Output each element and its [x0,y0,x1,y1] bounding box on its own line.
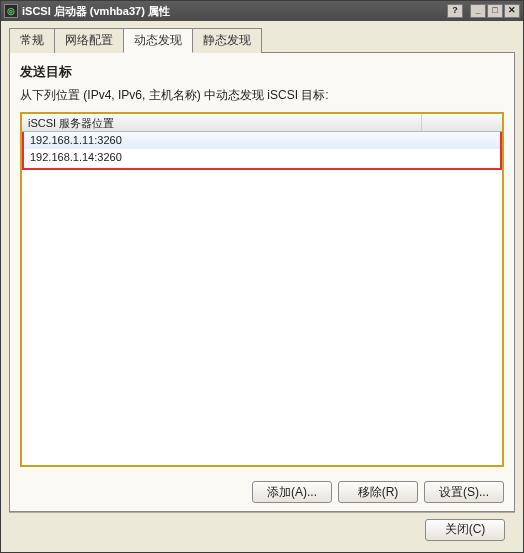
table-row[interactable]: 192.168.1.11:3260 [24,132,500,149]
tab-general[interactable]: 常规 [9,28,55,53]
close-dialog-button[interactable]: 关闭(C) [425,519,505,541]
dialog-footer: 关闭(C) [9,512,515,546]
add-button[interactable]: 添加(A)... [252,481,332,503]
settings-button[interactable]: 设置(S)... [424,481,504,503]
titlebar[interactable]: ◎ iSCSI 启动器 (vmhba37) 属性 ? _ □ ✕ [1,1,523,21]
tab-panel: 发送目标 从下列位置 (IPv4, IPv6, 主机名称) 中动态发现 iSCS… [9,53,515,512]
tab-label: 网络配置 [65,33,113,47]
column-header-location[interactable]: iSCSI 服务器位置 [22,114,422,131]
cell-server-location: 192.168.1.14:3260 [30,151,122,163]
app-icon: ◎ [4,4,18,18]
table-header: iSCSI 服务器位置 [22,114,502,132]
maximize-button[interactable]: □ [487,4,503,18]
tab-label: 常规 [20,33,44,47]
tab-dynamic-discovery[interactable]: 动态发现 [123,28,193,53]
close-button[interactable]: ✕ [504,4,520,18]
tab-label: 静态发现 [203,33,251,47]
minimize-button[interactable]: _ [470,4,486,18]
panel-heading: 发送目标 [20,63,504,81]
tab-static-discovery[interactable]: 静态发现 [192,28,262,53]
remove-button[interactable]: 移除(R) [338,481,418,503]
dialog-window: ◎ iSCSI 启动器 (vmhba37) 属性 ? _ □ ✕ 常规 网络配置… [0,0,524,553]
table-rows-highlight: 192.168.1.11:3260 192.168.1.14:3260 [22,132,502,170]
tab-network-config[interactable]: 网络配置 [54,28,124,53]
help-button[interactable]: ? [447,4,463,18]
dialog-content: 常规 网络配置 动态发现 静态发现 发送目标 从下列位置 (IPv4, IPv6… [1,21,523,552]
tab-label: 动态发现 [134,33,182,47]
table-row[interactable]: 192.168.1.14:3260 [24,149,500,166]
window-controls: ? _ □ ✕ [447,4,520,18]
window-title: iSCSI 启动器 (vmhba37) 属性 [22,4,447,19]
panel-button-row: 添加(A)... 移除(R) 设置(S)... [252,481,504,503]
panel-subtext: 从下列位置 (IPv4, IPv6, 主机名称) 中动态发现 iSCSI 目标: [20,87,504,104]
cell-server-location: 192.168.1.11:3260 [30,134,122,146]
tabstrip: 常规 网络配置 动态发现 静态发现 [9,27,515,53]
column-header-spacer [422,114,502,131]
server-table: iSCSI 服务器位置 192.168.1.11:3260 192.168.1.… [20,112,504,467]
